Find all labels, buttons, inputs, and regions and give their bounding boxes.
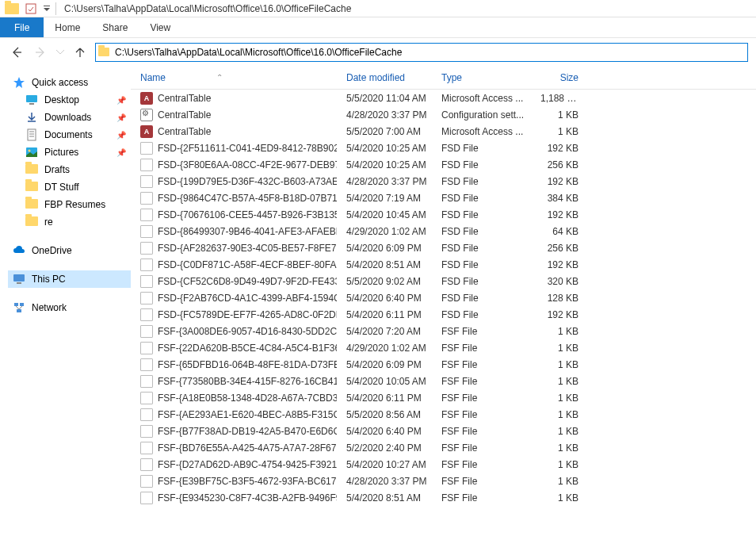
column-headers: Name⌃ Date modified Type Size: [131, 66, 756, 90]
cell-name: FSD-{9864C47C-B57A-45F8-B18D-07B719...: [131, 192, 337, 205]
properties-icon[interactable]: [22, 1, 40, 17]
sidebar-this-pc[interactable]: This PC: [8, 270, 131, 288]
file-row[interactable]: FSF-{A18E0B58-1348-4D28-A67A-7CBD34...5/…: [131, 389, 756, 406]
file-row[interactable]: FSF-{3A008DE6-9057-4D16-8430-5DD2C9...5/…: [131, 323, 756, 339]
cell-type: FSD File: [432, 209, 531, 220]
item-icon: [25, 111, 38, 124]
column-name[interactable]: Name⌃: [131, 72, 337, 83]
cell-date: 5/4/2020 10:45 AM: [337, 209, 432, 220]
sidebar-item-label: FBP Resumes: [44, 199, 105, 210]
cell-date: 5/4/2020 6:09 PM: [337, 359, 432, 370]
file-row[interactable]: FSF-{D27AD62D-AB9C-4754-9425-F3921...5/4…: [131, 456, 756, 473]
cell-type: FSF File: [432, 492, 531, 504]
file-row[interactable]: FSD-{C0DF871C-A58F-4ECF-8BEF-80FA3...5/4…: [131, 256, 756, 273]
sidebar-item-label: re: [44, 216, 53, 228]
cell-date: 5/4/2020 10:27 AM: [337, 459, 432, 470]
file-row[interactable]: FSF-{65DFBD16-064B-48FE-81DA-D73FE1...5/…: [131, 356, 756, 373]
file-row[interactable]: FSD-{70676106-CEE5-4457-B926-F3B1356...5…: [131, 206, 756, 223]
back-button[interactable]: [8, 44, 25, 61]
file-row[interactable]: FSD-{2F511611-C041-4ED9-8412-78B9027...5…: [131, 140, 756, 156]
cell-size: 1 KB: [531, 343, 594, 354]
file-row[interactable]: FSF-{773580BB-34E4-415F-8276-16CB411...5…: [131, 373, 756, 389]
cell-type: FSF File: [432, 326, 531, 337]
column-size[interactable]: Size: [531, 72, 594, 83]
column-date[interactable]: Date modified: [337, 72, 432, 83]
cell-date: 5/4/2020 8:51 AM: [337, 492, 432, 504]
sidebar-onedrive[interactable]: OneDrive: [8, 242, 131, 259]
cell-size: 256 KB: [531, 243, 594, 254]
file-icon: [140, 375, 153, 388]
up-button[interactable]: [71, 44, 89, 61]
sidebar-item-downloads[interactable]: Downloads📌: [8, 109, 131, 126]
sidebar-network[interactable]: Network: [8, 299, 131, 316]
file-icon: [140, 192, 153, 205]
file-row[interactable]: FSF-{AE293AE1-E620-4BEC-A8B5-F315C0...5/…: [131, 406, 756, 423]
file-row[interactable]: FSF-{E39BF75C-B3F5-4672-93FA-BC617D...4/…: [131, 473, 756, 489]
file-icon: [140, 492, 153, 504]
sidebar-item-desktop[interactable]: Desktop📌: [8, 91, 131, 109]
address-bar[interactable]: [95, 43, 748, 62]
cell-type: FSD File: [432, 226, 531, 237]
file-row[interactable]: FSD-{F2AB76CD-4A1C-4399-ABF4-1594C...5/4…: [131, 289, 756, 306]
cell-name: FSD-{CF52C6D8-9D49-49D7-9F2D-FE4331...: [131, 275, 337, 288]
sidebar-item-re[interactable]: re: [8, 213, 131, 231]
file-row[interactable]: FSD-{3F80E6AA-08CC-4F2E-9677-DEB977...5/…: [131, 156, 756, 173]
file-row[interactable]: CentralTable5/5/2020 7:00 AMMicrosoft Ac…: [131, 123, 756, 140]
cell-size: 1 KB: [531, 376, 594, 387]
cell-date: 5/4/2020 8:51 AM: [337, 259, 432, 270]
cell-name: FSF-{E9345230-C8F7-4C3B-A2FB-9496F9...: [131, 492, 337, 504]
tab-file[interactable]: File: [0, 17, 44, 37]
sidebar-item-documents[interactable]: Documents📌: [8, 126, 131, 144]
sidebar-item-fbp-resumes[interactable]: FBP Resumes: [8, 196, 131, 213]
file-icon: [140, 259, 153, 271]
item-icon: [25, 182, 38, 193]
sidebar-item-label: Pictures: [44, 147, 78, 158]
sidebar-item-drafts[interactable]: Drafts: [8, 161, 131, 178]
sidebar-quick-access[interactable]: Quick access: [8, 74, 131, 91]
file-row[interactable]: FSD-{9864C47C-B57A-45F8-B18D-07B719...5/…: [131, 190, 756, 206]
file-row[interactable]: FSF-{BD76E55A-A425-4A75-A7A7-28F673...5/…: [131, 439, 756, 456]
qat-dropdown-icon[interactable]: [41, 1, 52, 17]
file-row[interactable]: FSD-{FC5789DE-EF7F-4265-AD8C-0F2DF1...5/…: [131, 306, 756, 323]
cell-name: CentralTable: [131, 125, 337, 138]
file-row[interactable]: FSD-{AF282637-90E3-4C05-BE57-F8FE734...5…: [131, 239, 756, 256]
cell-name: FSF-{3A008DE6-9057-4D16-8430-5DD2C9...: [131, 325, 337, 338]
sidebar-item-pictures[interactable]: Pictures📌: [8, 144, 131, 161]
forward-button[interactable]: [32, 44, 49, 61]
item-icon: [25, 164, 38, 176]
cell-type: FSF File: [432, 409, 531, 420]
sidebar-item-label: Documents: [44, 129, 93, 140]
cell-type: Microsoft Access ...: [432, 126, 531, 137]
sidebar-item-label: Network: [32, 302, 67, 313]
recent-dropdown-icon[interactable]: [55, 44, 65, 61]
file-row[interactable]: FSF-{B77F38AD-DB19-42A5-B470-E6D6C...5/4…: [131, 423, 756, 439]
cell-size: 1 KB: [531, 492, 594, 504]
file-row[interactable]: CentralTable4/28/2020 3:37 PMConfigurati…: [131, 106, 756, 123]
pin-icon: 📌: [116, 96, 126, 105]
cell-size: 192 KB: [531, 176, 594, 187]
file-row[interactable]: FSD-{CF52C6D8-9D49-49D7-9F2D-FE4331...5/…: [131, 273, 756, 289]
file-row[interactable]: CentralTable5/5/2020 11:04 AMMicrosoft A…: [131, 90, 756, 106]
cell-type: FSD File: [432, 276, 531, 287]
cell-name: FSF-{E39BF75C-B3F5-4672-93FA-BC617D...: [131, 475, 337, 488]
item-icon: [25, 94, 38, 106]
file-icon: [140, 475, 153, 488]
cell-size: 192 KB: [531, 143, 594, 154]
column-type[interactable]: Type: [432, 72, 531, 83]
sidebar-item-label: This PC: [32, 274, 66, 285]
svg-rect-4: [26, 95, 37, 102]
file-row[interactable]: FSF-{E9345230-C8F7-4C3B-A2FB-9496F9...5/…: [131, 489, 756, 506]
file-row[interactable]: FSD-{86499307-9B46-4041-AFE3-AFAEBD...4/…: [131, 223, 756, 239]
tab-home[interactable]: Home: [44, 17, 91, 37]
file-icon: [140, 209, 153, 221]
address-input[interactable]: [112, 45, 747, 59]
file-row[interactable]: FSF-{22DA620B-B5CE-4C84-A5C4-B1F36...4/2…: [131, 339, 756, 356]
tab-share[interactable]: Share: [91, 17, 139, 37]
sidebar-item-dt-stuff[interactable]: DT Stuff: [8, 178, 131, 196]
file-row[interactable]: FSD-{199D79E5-D36F-432C-B603-A73AE...4/2…: [131, 173, 756, 190]
cell-date: 5/4/2020 7:20 AM: [337, 326, 432, 337]
tab-view[interactable]: View: [139, 17, 181, 37]
folder-icon[interactable]: [3, 1, 21, 17]
cell-name: FSD-{86499307-9B46-4041-AFE3-AFAEBD...: [131, 225, 337, 238]
cell-date: 5/4/2020 6:09 PM: [337, 243, 432, 254]
